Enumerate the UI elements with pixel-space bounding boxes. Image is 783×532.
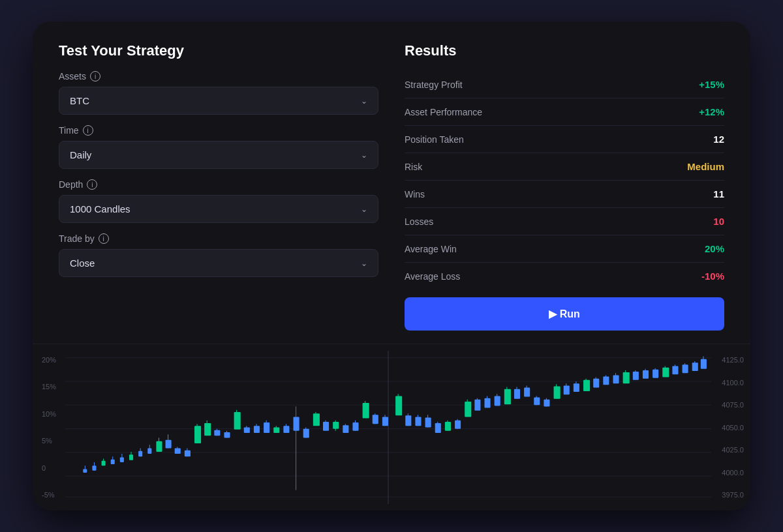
result-row-losses: Losses 10 bbox=[405, 208, 724, 235]
chart-container: 20% 15% 10% 5% 0 -5% 4125.0 4100.0 4075.… bbox=[33, 351, 750, 504]
right-panel: Results Strategy Profit +15% Asset Perfo… bbox=[405, 42, 724, 331]
time-label: Time i bbox=[59, 125, 378, 136]
time-info-icon[interactable]: i bbox=[83, 125, 93, 136]
assets-dropdown[interactable]: BTC ⌄ bbox=[59, 87, 378, 115]
position-taken-value: 12 bbox=[713, 134, 724, 145]
svg-rect-91 bbox=[484, 398, 490, 408]
risk-value: Medium bbox=[687, 161, 724, 172]
average-win-label: Average Win bbox=[405, 244, 457, 254]
result-row-risk: Risk Medium bbox=[405, 153, 724, 181]
svg-rect-133 bbox=[692, 362, 698, 371]
chart-svg bbox=[65, 351, 711, 504]
svg-rect-65 bbox=[352, 422, 358, 431]
svg-rect-105 bbox=[554, 386, 560, 398]
strategy-profit-value: +15% bbox=[699, 79, 724, 90]
left-panel: Test Your Strategy Assets i BTC ⌄ Time bbox=[59, 42, 378, 331]
y-axis-left: 20% 15% 10% 5% 0 -5% bbox=[42, 351, 56, 504]
svg-rect-79 bbox=[425, 418, 431, 428]
svg-rect-121 bbox=[633, 372, 639, 380]
depth-dropdown-arrow: ⌄ bbox=[361, 205, 367, 214]
y-label-4025: 4025.0 bbox=[722, 446, 744, 454]
svg-rect-101 bbox=[534, 398, 540, 406]
svg-rect-103 bbox=[544, 400, 549, 407]
svg-rect-37 bbox=[214, 430, 220, 436]
left-panel-title: Test Your Strategy bbox=[59, 42, 378, 59]
asset-performance-label: Asset Performance bbox=[405, 107, 482, 117]
svg-rect-27 bbox=[166, 440, 172, 449]
svg-rect-85 bbox=[455, 421, 461, 429]
risk-label: Risk bbox=[405, 162, 422, 172]
svg-rect-31 bbox=[185, 451, 191, 457]
y-label-4075: 4075.0 bbox=[722, 401, 744, 409]
depth-info-icon[interactable]: i bbox=[87, 179, 97, 190]
result-row-average-win: Average Win 20% bbox=[405, 235, 724, 263]
svg-rect-93 bbox=[495, 396, 500, 406]
svg-rect-87 bbox=[465, 402, 471, 417]
assets-field-group: Assets i BTC ⌄ bbox=[59, 71, 378, 115]
time-field-group: Time i Daily ⌄ bbox=[59, 125, 378, 169]
svg-rect-129 bbox=[672, 366, 678, 375]
svg-rect-43 bbox=[244, 428, 250, 434]
run-button[interactable]: ▶ Run bbox=[405, 297, 724, 331]
y-label-4100: 4100.0 bbox=[722, 379, 744, 387]
svg-rect-21 bbox=[138, 451, 142, 457]
device-frame: Test Your Strategy Assets i BTC ⌄ Time bbox=[33, 22, 750, 510]
svg-rect-83 bbox=[445, 422, 451, 431]
svg-rect-47 bbox=[264, 422, 269, 433]
svg-rect-39 bbox=[224, 432, 230, 438]
svg-rect-33 bbox=[194, 426, 201, 443]
svg-rect-81 bbox=[435, 423, 441, 433]
svg-rect-119 bbox=[623, 372, 630, 383]
svg-rect-11 bbox=[92, 466, 96, 470]
candle-group bbox=[83, 357, 707, 490]
svg-rect-77 bbox=[415, 417, 421, 426]
y-label-10: 10% bbox=[42, 410, 56, 418]
tradeby-label: Trade by i bbox=[59, 233, 378, 244]
svg-rect-97 bbox=[514, 389, 520, 399]
results-title: Results bbox=[405, 42, 724, 59]
average-loss-label: Average Loss bbox=[405, 271, 460, 282]
result-row-average-loss: Average Loss -10% bbox=[405, 263, 724, 289]
assets-value: BTC bbox=[70, 95, 89, 106]
svg-rect-29 bbox=[175, 449, 181, 454]
tradeby-info-icon[interactable]: i bbox=[99, 233, 109, 244]
svg-rect-17 bbox=[120, 457, 124, 462]
y-label-4050: 4050.0 bbox=[722, 424, 744, 432]
wins-value: 11 bbox=[713, 188, 724, 200]
main-content: Test Your Strategy Assets i BTC ⌄ Time bbox=[33, 22, 750, 510]
svg-rect-45 bbox=[254, 426, 260, 433]
chart-section: 20% 15% 10% 5% 0 -5% 4125.0 4100.0 4075.… bbox=[33, 344, 750, 510]
tradeby-dropdown-arrow: ⌄ bbox=[361, 259, 367, 268]
strategy-profit-label: Strategy Profit bbox=[405, 80, 463, 90]
svg-rect-109 bbox=[574, 383, 579, 392]
svg-rect-89 bbox=[474, 400, 480, 411]
depth-field-group: Depth i 1000 Candles ⌄ bbox=[59, 179, 378, 223]
result-row-position-taken: Position Taken 12 bbox=[405, 126, 724, 153]
top-section: Test Your Strategy Assets i BTC ⌄ Time bbox=[33, 22, 750, 344]
average-loss-value: -10% bbox=[701, 271, 724, 282]
svg-rect-51 bbox=[283, 426, 289, 433]
svg-rect-35 bbox=[204, 423, 211, 436]
y-label-4125: 4125.0 bbox=[722, 356, 744, 364]
svg-rect-75 bbox=[405, 415, 411, 426]
position-taken-label: Position Taken bbox=[405, 134, 464, 145]
svg-rect-59 bbox=[323, 422, 329, 431]
svg-rect-41 bbox=[234, 412, 241, 430]
svg-rect-15 bbox=[111, 460, 115, 464]
svg-rect-53 bbox=[294, 417, 299, 430]
tradeby-value: Close bbox=[70, 258, 95, 269]
depth-label: Depth i bbox=[59, 179, 378, 190]
time-value: Daily bbox=[70, 149, 91, 160]
y-label-3975: 3975.0 bbox=[722, 491, 744, 499]
chart-area bbox=[65, 351, 711, 504]
tradeby-dropdown[interactable]: Close ⌄ bbox=[59, 249, 378, 277]
depth-dropdown[interactable]: 1000 Candles ⌄ bbox=[59, 195, 378, 223]
svg-rect-107 bbox=[564, 385, 570, 394]
assets-info-icon[interactable]: i bbox=[90, 71, 100, 81]
svg-rect-71 bbox=[382, 417, 388, 426]
asset-performance-value: +12% bbox=[699, 106, 724, 117]
y-label-0: 0 bbox=[42, 464, 56, 472]
time-dropdown[interactable]: Daily ⌄ bbox=[59, 141, 378, 169]
svg-rect-67 bbox=[363, 403, 369, 419]
result-row-strategy-profit: Strategy Profit +15% bbox=[405, 71, 724, 98]
